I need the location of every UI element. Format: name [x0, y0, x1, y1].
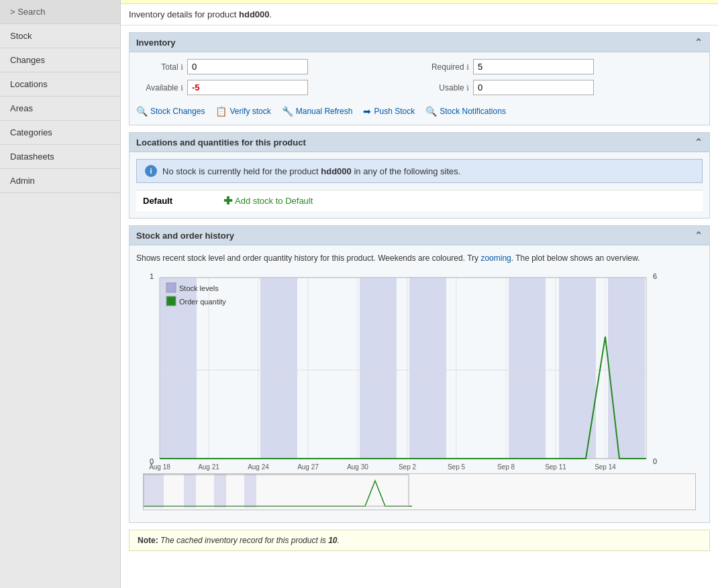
- product-code: hdd000: [239, 9, 270, 19]
- stock-changes-icon: 🔍: [136, 106, 148, 117]
- sidebar-item-admin[interactable]: Admin: [0, 169, 120, 193]
- location-name-default: Default: [143, 196, 223, 206]
- svg-rect-0: [144, 474, 164, 508]
- x-label-6: Sep 5: [448, 463, 466, 471]
- main-chart-container: 1 0 6 0: [136, 270, 703, 510]
- verify-stock-link[interactable]: 📋 Verify stock: [215, 106, 270, 117]
- legend-stock-label: Stock levels: [179, 284, 219, 292]
- add-stock-label: Add stock to Default: [235, 196, 313, 206]
- no-stock-text: No stock is currently held for the produ…: [162, 166, 460, 176]
- note-label: Note:: [138, 536, 158, 545]
- manual-refresh-link[interactable]: 🔧 Manual Refresh: [282, 106, 353, 117]
- locations-panel-header: Locations and quantities for this produc…: [130, 133, 709, 152]
- x-label-0: Aug 18: [149, 463, 170, 471]
- stock-notifications-link[interactable]: 🔍 Stock Notifications: [425, 106, 506, 117]
- add-stock-default-link[interactable]: ✚ Add stock to Default: [223, 194, 313, 207]
- history-collapse-icon[interactable]: ⌃: [695, 230, 703, 241]
- inventory-collapse-icon[interactable]: ⌃: [695, 37, 703, 48]
- stock-notifications-icon: 🔍: [425, 106, 437, 117]
- header-text: Inventory details for product: [129, 9, 239, 19]
- svg-rect-2: [214, 474, 226, 508]
- product-header: Inventory details for product hdd000.: [121, 4, 718, 25]
- available-info-icon[interactable]: ℹ: [181, 84, 183, 92]
- main-chart-svg: 1 0 6 0: [143, 270, 666, 471]
- x-label-2: Aug 24: [248, 463, 269, 471]
- main-content: Inventory details for product hdd000. In…: [121, 0, 718, 588]
- usable-info-icon[interactable]: ℹ: [466, 84, 469, 92]
- usable-field: Usable ℹ: [422, 80, 703, 95]
- manual-refresh-label: Manual Refresh: [296, 107, 353, 116]
- stock-changes-link[interactable]: 🔍 Stock Changes: [136, 106, 205, 117]
- zooming-link[interactable]: zooming: [480, 253, 511, 263]
- weekend-band-7: [608, 278, 645, 459]
- push-stock-link[interactable]: ➡ Push Stock: [363, 106, 415, 117]
- weekend-band-3: [360, 278, 397, 459]
- stock-notifications-label: Stock Notifications: [440, 107, 506, 116]
- history-panel-body: Shows recent stock level and order quant…: [130, 245, 709, 522]
- note-box: Note: The cached inventory record for th…: [129, 530, 710, 551]
- stock-changes-label: Stock Changes: [150, 107, 205, 116]
- locations-collapse-icon[interactable]: ⌃: [695, 137, 703, 148]
- inventory-title: Inventory: [136, 38, 176, 48]
- sidebar-item-locations[interactable]: Locations: [0, 72, 120, 97]
- required-label: Required ℹ: [422, 62, 469, 72]
- sidebar-item-stock[interactable]: Stock: [0, 24, 120, 48]
- no-stock-info-box: i No stock is currently held for the pro…: [136, 159, 703, 183]
- weekend-band-4: [409, 278, 446, 459]
- locations-panel: Locations and quantities for this produc…: [129, 132, 710, 219]
- history-title: Stock and order history: [136, 231, 234, 241]
- svg-rect-3: [244, 474, 256, 508]
- sidebar-item-search[interactable]: > Search: [0, 0, 120, 24]
- available-label: Available ℹ: [136, 83, 183, 93]
- info-suffix: in any of the following sites.: [352, 166, 461, 176]
- note-value: 10: [328, 536, 337, 545]
- required-field: Required ℹ: [422, 59, 703, 74]
- x-label-5: Sep 2: [399, 463, 417, 471]
- note-text: The cached inventory record for this pro…: [160, 536, 340, 545]
- locations-title: Locations and quantities for this produc…: [136, 137, 306, 148]
- locations-panel-body: i No stock is currently held for the pro…: [130, 152, 709, 218]
- info-prefix: No stock is currently held for the produ…: [162, 166, 321, 176]
- push-stock-label: Push Stock: [374, 107, 415, 116]
- add-stock-icon: ✚: [223, 194, 232, 207]
- overview-chart: [143, 473, 696, 510]
- x-label-7: Sep 8: [497, 463, 515, 471]
- sidebar-item-changes[interactable]: Changes: [0, 48, 120, 72]
- push-stock-icon: ➡: [363, 106, 371, 117]
- header-suffix: .: [270, 9, 272, 19]
- info-product-code: hdd000: [321, 166, 352, 176]
- inventory-panel-body: Total ℹ Required ℹ Available: [130, 52, 709, 125]
- total-field: Total ℹ: [136, 59, 417, 74]
- usable-label: Usable ℹ: [422, 83, 469, 93]
- verify-stock-icon: 📋: [215, 106, 227, 117]
- usable-input[interactable]: [473, 80, 594, 95]
- y-left-top-label: 1: [150, 272, 154, 280]
- sidebar-item-datasheets[interactable]: Datasheets: [0, 145, 120, 169]
- svg-rect-1: [184, 474, 196, 508]
- history-panel: Stock and order history ⌃ Shows recent s…: [129, 225, 710, 523]
- total-input[interactable]: [187, 59, 308, 74]
- available-input[interactable]: [187, 80, 308, 95]
- sidebar: > Search Stock Changes Locations Areas C…: [0, 0, 121, 588]
- total-label: Total ℹ: [136, 62, 183, 72]
- x-label-9: Sep 14: [595, 463, 616, 471]
- manual-refresh-icon: 🔧: [282, 106, 293, 117]
- svg-rect-4: [144, 475, 409, 506]
- available-field: Available ℹ: [136, 80, 417, 95]
- total-info-icon[interactable]: ℹ: [181, 63, 183, 71]
- y-right-bottom-label: 0: [653, 457, 657, 465]
- inventory-panel: Inventory ⌃ Total ℹ Required ℹ: [129, 32, 710, 125]
- x-label-1: Aug 21: [198, 463, 219, 471]
- sidebar-item-categories[interactable]: Categories: [0, 121, 120, 145]
- legend-order-swatch: [166, 296, 176, 306]
- x-label-4: Aug 30: [347, 463, 368, 471]
- location-row-default: Default ✚ Add stock to Default: [136, 190, 703, 211]
- required-input[interactable]: [473, 59, 594, 74]
- weekend-band-5: [509, 278, 546, 459]
- sidebar-item-areas[interactable]: Areas: [0, 97, 120, 121]
- overview-chart-svg: [144, 474, 412, 508]
- x-label-8: Sep 11: [545, 463, 566, 471]
- weekend-band-2: [260, 278, 297, 459]
- verify-stock-label: Verify stock: [229, 107, 270, 116]
- required-info-icon[interactable]: ℹ: [466, 63, 469, 71]
